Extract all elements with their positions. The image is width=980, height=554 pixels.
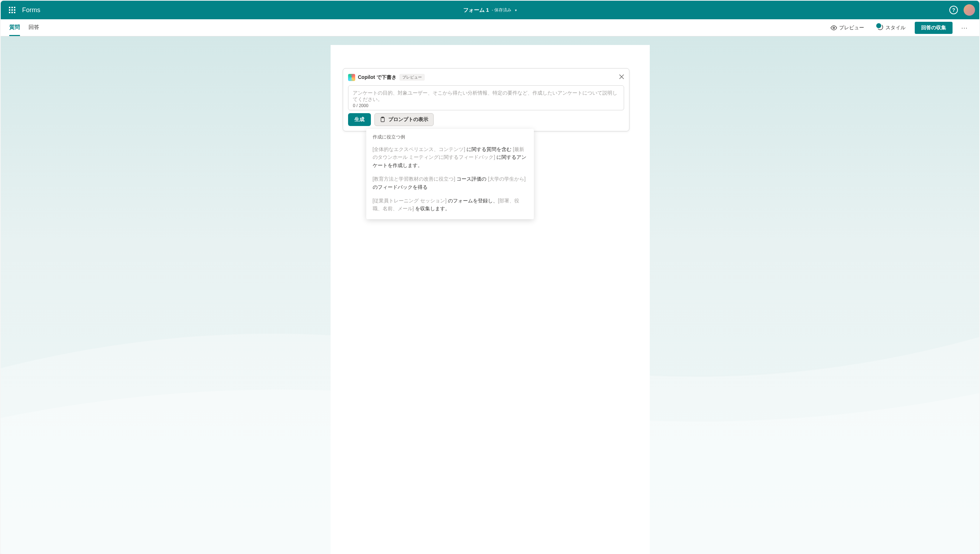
preview-label: プレビュー [839, 25, 864, 31]
copilot-logo-icon [348, 74, 355, 81]
show-prompts-button[interactable]: プロンプトの表示 [374, 113, 434, 126]
more-options-button[interactable]: ⋯ [958, 22, 971, 33]
save-status: - 保存済み [492, 7, 511, 13]
svg-rect-1 [11, 7, 13, 8]
svg-point-9 [833, 27, 835, 29]
svg-rect-3 [9, 9, 10, 11]
close-button[interactable] [619, 73, 624, 81]
svg-rect-4 [11, 9, 13, 11]
examples-heading: 作成に役立つ例 [373, 134, 527, 140]
copilot-draft-card: Copilot で下書き プレビュー 0 / 2000 生成 [343, 68, 630, 131]
app-launcher-button[interactable] [5, 3, 19, 17]
help-button[interactable]: ? [949, 6, 958, 14]
svg-rect-6 [9, 12, 10, 13]
generate-button[interactable]: 生成 [348, 113, 371, 126]
svg-rect-5 [14, 9, 15, 11]
svg-point-10 [878, 25, 883, 30]
app-name[interactable]: Forms [22, 6, 40, 14]
style-button[interactable]: スタイル [873, 22, 909, 34]
prompt-example-2[interactable]: [教育方法と学習教材の改善に役立つ] コース評価の [大学の学生から] のフィー… [373, 175, 527, 191]
form-canvas: Copilot で下書き プレビュー 0 / 2000 生成 [331, 45, 650, 554]
style-icon [877, 24, 883, 31]
show-prompts-label: プロンプトの表示 [388, 117, 428, 123]
waffle-icon [9, 7, 15, 13]
svg-rect-0 [9, 7, 10, 8]
tab-questions[interactable]: 質問 [9, 20, 20, 36]
eye-icon [830, 25, 837, 31]
clipboard-icon [380, 117, 385, 123]
tab-responses[interactable]: 回答 [29, 20, 39, 36]
user-avatar[interactable] [964, 4, 975, 16]
prompt-example-3[interactable]: [従業員トレーニング セッション] のフォームを登録し、[部署、役職、名前、メー… [373, 197, 527, 213]
prompt-examples-dropdown: 作成に役立つ例 [全体的なエクスペリエンス、コンテンツ] に関する質問を含む [… [366, 129, 534, 219]
form-title-area[interactable]: フォーム 1 - 保存済み ▾ [463, 7, 517, 14]
svg-rect-7 [11, 12, 13, 13]
close-icon [619, 74, 624, 79]
svg-rect-8 [14, 12, 15, 13]
copilot-prompt-input[interactable] [348, 85, 624, 110]
collect-responses-button[interactable]: 回答の収集 [915, 22, 953, 34]
form-title: フォーム 1 [463, 7, 489, 14]
svg-rect-2 [14, 7, 15, 8]
preview-button[interactable]: プレビュー [827, 22, 868, 33]
chevron-down-icon: ▾ [515, 8, 517, 12]
prompt-example-1[interactable]: [全体的なエクスペリエンス、コンテンツ] に関する質問を含む [最新のタウンホー… [373, 145, 527, 169]
preview-badge: プレビュー [399, 74, 425, 81]
copilot-card-title: Copilot で下書き [358, 74, 396, 81]
style-label: スタイル [886, 25, 905, 31]
